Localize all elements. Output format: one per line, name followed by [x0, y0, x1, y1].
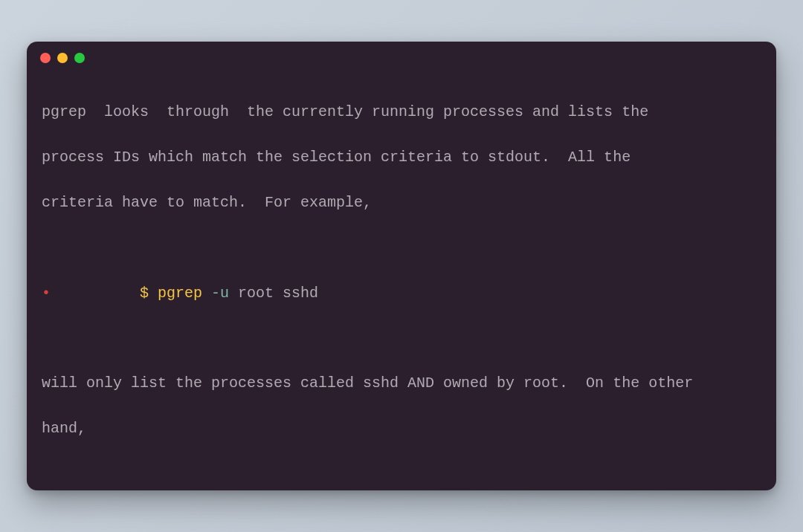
maximize-icon[interactable] — [74, 53, 85, 63]
titlebar — [27, 42, 776, 74]
bullet-icon: • — [42, 285, 51, 302]
manpage-text: hand, — [42, 418, 761, 440]
blank-line — [42, 237, 761, 259]
manpage-text: will only list the processes called sshd… — [42, 372, 761, 395]
close-icon[interactable] — [40, 53, 51, 63]
manpage-text: process IDs which match the selection cr… — [42, 146, 761, 169]
blank-line — [42, 327, 761, 349]
blank-line — [42, 463, 761, 485]
command-args: root sshd — [229, 285, 318, 302]
manpage-text: pgrep looks through the currently runnin… — [42, 101, 761, 123]
stage: pgrep looks through the currently runnin… — [0, 0, 803, 532]
minimize-icon[interactable] — [57, 53, 68, 63]
command-flag: -u — [211, 285, 229, 302]
prompt: $ — [140, 285, 158, 302]
manpage-text: criteria have to match. For example, — [42, 192, 761, 214]
command-name: pgrep — [158, 285, 211, 302]
terminal-body[interactable]: pgrep looks through the currently runnin… — [27, 74, 776, 490]
terminal-window: pgrep looks through the currently runnin… — [27, 42, 776, 490]
command-example: • $ pgrep -u root sshd — [42, 282, 761, 305]
indent — [51, 285, 140, 302]
